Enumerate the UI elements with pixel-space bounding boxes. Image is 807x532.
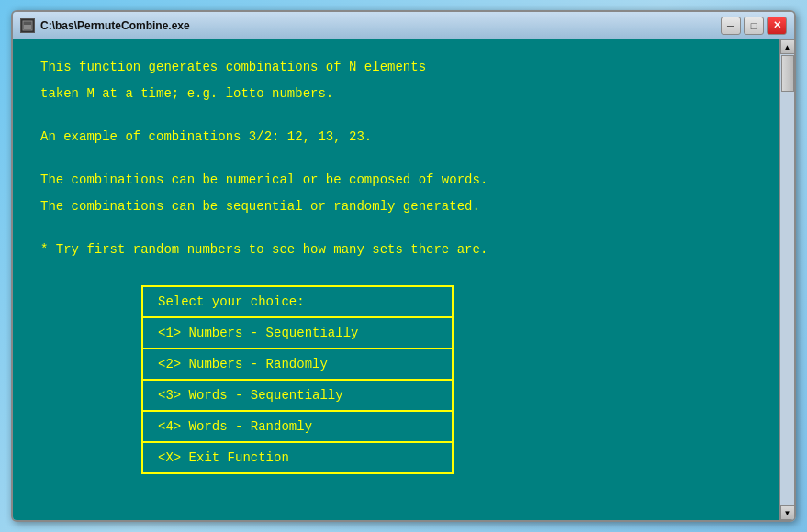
- main-window: C:\bas\PermuteCombine.exe ─ □ ✕ This fun…: [11, 10, 796, 522]
- svg-rect-1: [24, 25, 31, 29]
- title-bar-left: C:\bas\PermuteCombine.exe: [20, 18, 190, 33]
- scroll-thumb[interactable]: [781, 55, 794, 92]
- scroll-up-button[interactable]: ▲: [780, 39, 795, 54]
- close-button[interactable]: ✕: [767, 17, 787, 35]
- title-buttons: ─ □ ✕: [721, 17, 787, 35]
- info-line-6: * Try first random numbers to see how ma…: [40, 240, 752, 260]
- maximize-button[interactable]: □: [744, 17, 764, 35]
- scrollbar: ▲ ▼: [779, 39, 794, 520]
- menu-item-2[interactable]: <2> Numbers - Randomly: [143, 349, 452, 381]
- menu-item-1[interactable]: <1> Numbers - Sequentially: [143, 318, 452, 349]
- title-bar: C:\bas\PermuteCombine.exe ─ □ ✕: [13, 12, 794, 39]
- menu-item-3[interactable]: <3> Words - Sequentially: [143, 381, 452, 412]
- menu-header: Select your choice:: [143, 287, 452, 318]
- info-line-5: The combinations can be sequential or ra…: [40, 197, 752, 216]
- scroll-down-button[interactable]: ▼: [780, 505, 795, 520]
- window-body: This function generates combinations of …: [13, 39, 794, 520]
- scroll-track[interactable]: [780, 54, 794, 505]
- console-area: This function generates combinations of …: [13, 39, 779, 520]
- menu-container: Select your choice: <1> Numbers - Sequen…: [141, 285, 454, 474]
- window-title: C:\bas\PermuteCombine.exe: [40, 19, 190, 32]
- info-line-4: The combinations can be numerical or be …: [40, 171, 752, 190]
- minimize-button[interactable]: ─: [721, 17, 741, 35]
- window-icon: [20, 18, 35, 33]
- menu-item-4[interactable]: <4> Words - Randomly: [143, 412, 452, 443]
- info-line-2: taken M at a time; e.g. lotto numbers.: [40, 84, 752, 104]
- menu-item-exit[interactable]: <X> Exit Function: [143, 443, 452, 472]
- info-line-1: This function generates combinations of …: [40, 58, 752, 77]
- menu-box: Select your choice: <1> Numbers - Sequen…: [141, 285, 454, 474]
- info-line-3: An example of combinations 3/2: 12, 13, …: [40, 127, 752, 147]
